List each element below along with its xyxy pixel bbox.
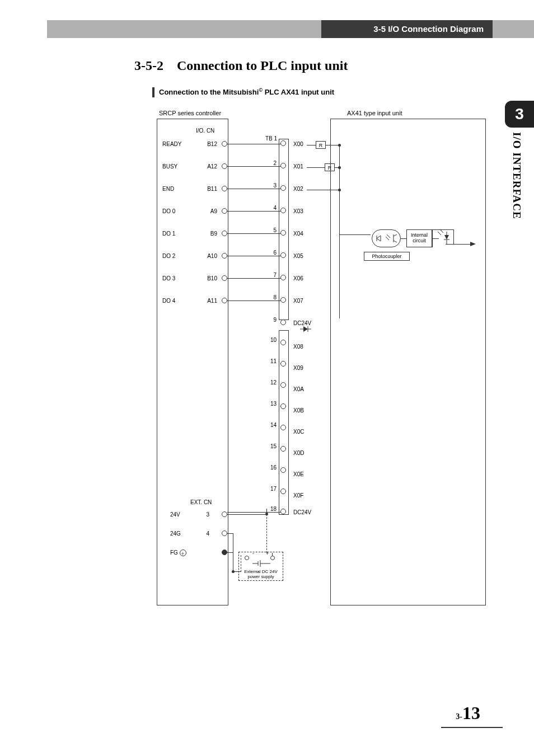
wire-vertical xyxy=(339,145,340,318)
page-number: 3-13 xyxy=(456,703,480,724)
terminal-icon xyxy=(280,140,286,146)
terminal-icon xyxy=(222,186,227,191)
led-icon xyxy=(437,227,453,250)
connection-diagram: SRCP series controller AX41 type input u… xyxy=(157,110,487,613)
term-num: 14 xyxy=(268,422,277,428)
wire xyxy=(432,238,439,239)
signal-label: BUSY xyxy=(162,163,190,170)
wire xyxy=(227,189,281,189)
x-label: X0B xyxy=(293,407,304,414)
signal-row: 16 X0E xyxy=(157,466,487,488)
caption-prefix: Connection to the Mitsubishi xyxy=(159,88,259,96)
terminal-icon xyxy=(280,340,286,345)
wire xyxy=(335,167,339,168)
wire xyxy=(227,166,281,167)
terminal-icon xyxy=(280,489,286,494)
wire xyxy=(326,145,339,145)
wire xyxy=(227,514,266,515)
svg-line-10 xyxy=(394,241,397,242)
wire xyxy=(432,229,447,230)
svg-marker-1 xyxy=(303,326,308,332)
svg-marker-4 xyxy=(377,236,381,241)
pin-label: A9 xyxy=(200,208,217,214)
signal-row: DO 4 A11 8 X07 xyxy=(157,295,487,318)
signal-row: 12 X0A xyxy=(157,381,487,403)
svg-line-7 xyxy=(387,234,390,238)
x-label: X03 xyxy=(293,208,303,214)
signal-label: DO 3 xyxy=(162,275,190,281)
power-supply-label: External DC 24V power supply xyxy=(239,569,283,579)
internal-circuit-label: Internal circuit xyxy=(406,229,432,247)
term-num: 2 xyxy=(268,160,277,166)
side-tab-label: I/O INTERFACE xyxy=(510,132,523,219)
ps-terminal-pos xyxy=(270,556,275,560)
terminal-icon xyxy=(280,185,286,191)
signal-label: END xyxy=(162,186,190,192)
caption-text: Connection to the Mitsubishi© PLC AX41 i… xyxy=(159,87,334,96)
x-label: X05 xyxy=(293,253,303,259)
wire xyxy=(401,238,406,239)
x-label: X04 xyxy=(293,231,303,237)
photocoupler-svg xyxy=(372,230,400,247)
terminal-icon xyxy=(280,252,286,258)
terminal-icon xyxy=(222,163,227,169)
arrow-icon xyxy=(470,242,476,246)
signal-row: 13 X0B xyxy=(157,402,487,424)
row-fg: FG ⏚ xyxy=(157,547,487,570)
terminal-icon xyxy=(280,230,286,236)
x-label: X0A xyxy=(293,386,304,392)
x-label: X01 xyxy=(293,163,303,170)
terminal-icon xyxy=(280,208,286,213)
terminal-icon xyxy=(280,163,286,168)
svg-line-6 xyxy=(386,237,389,240)
signal-row: 14 X0C xyxy=(157,423,487,445)
ps-terminal-neg xyxy=(245,556,249,560)
ext-cn-label: EXT. CN xyxy=(190,499,212,505)
terminal-icon xyxy=(222,530,227,536)
wire xyxy=(233,533,233,571)
terminal-icon xyxy=(222,141,227,147)
terminal-icon xyxy=(280,275,286,280)
terminal-icon xyxy=(280,320,286,325)
diode-icon xyxy=(300,326,311,332)
terminal-icon xyxy=(222,275,227,281)
signal-row: 15 X0D xyxy=(157,444,487,467)
terminal-icon xyxy=(280,425,286,430)
x-label: X07 xyxy=(293,298,303,304)
caption-suffix: PLC AX41 input unit xyxy=(263,88,334,96)
x-label: X0F xyxy=(293,492,303,499)
power-supply-box: - + External DC 24V power supply xyxy=(238,552,283,581)
photocoupler-icon xyxy=(372,229,401,247)
x-label: X06 xyxy=(293,275,303,281)
signal-label: DO 1 xyxy=(162,231,190,237)
side-tab-chapter: 3 xyxy=(505,101,534,128)
caption-bar xyxy=(152,87,154,97)
pin-label: A10 xyxy=(200,253,217,259)
signal-row: END B11 3 X02 xyxy=(157,184,487,206)
wire-dashed xyxy=(266,511,267,553)
term-num: 8 xyxy=(268,294,277,300)
signal-row: BUSY A12 2 X01 xyxy=(157,161,487,184)
page-num-value: 13 xyxy=(462,703,480,723)
wire xyxy=(227,300,281,301)
section-title: Connection to PLC input unit xyxy=(177,58,348,73)
signal-row: 11 X09 xyxy=(157,359,487,382)
wire xyxy=(266,509,267,512)
io-cn-label: I/O. CN xyxy=(196,128,214,134)
wire xyxy=(227,233,281,234)
terminal-icon xyxy=(222,253,227,259)
section-number: 3-5-2 xyxy=(134,58,163,73)
signal-row: DO 3 B10 7 X06 xyxy=(157,273,487,295)
terminal-icon xyxy=(222,550,227,555)
wire xyxy=(453,229,454,244)
x-label: X00 xyxy=(293,141,303,147)
pin-label: A11 xyxy=(200,298,217,304)
x-label: X08 xyxy=(293,344,303,350)
x-label: X0C xyxy=(293,429,304,435)
signal-row: 10 X08 xyxy=(157,338,487,360)
terminal-icon xyxy=(222,208,227,214)
signal-label: DO 2 xyxy=(162,253,190,259)
pin-label: B11 xyxy=(200,186,217,192)
svg-line-9 xyxy=(394,234,397,236)
terminal-icon xyxy=(222,231,227,236)
